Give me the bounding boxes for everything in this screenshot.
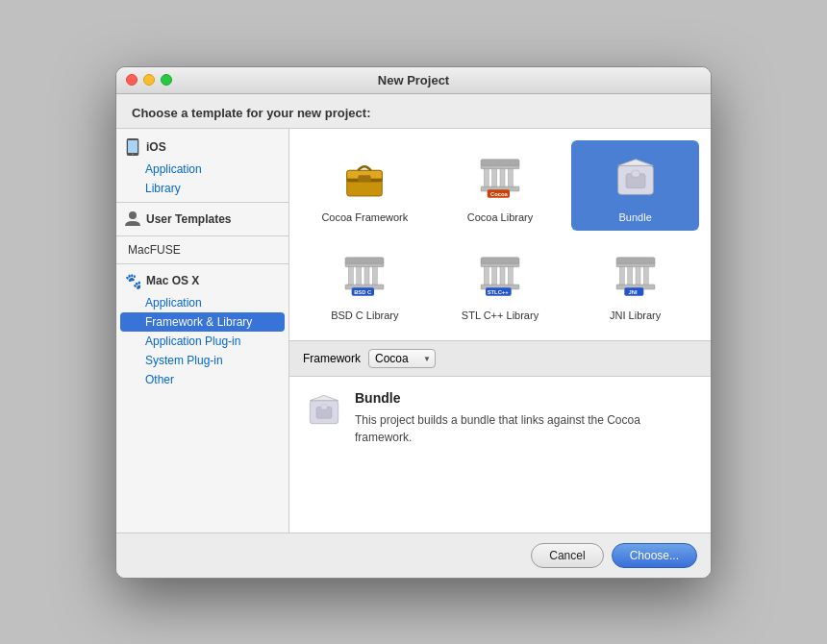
cancel-button[interactable]: Cancel [531,543,603,568]
choose-button[interactable]: Choose... [612,543,697,568]
cocoa-framework-icon-wrap [336,148,393,206]
description-title: Bundle [355,390,695,406]
svg-point-3 [129,211,137,219]
user-templates-icon [124,211,141,228]
description-body: This project builds a bundle that links … [355,411,695,446]
sidebar-item-macfuse[interactable]: MacFUSE [116,240,288,260]
jni-library-label: JNI Library [610,310,661,321]
subtitle: Choose a template for your new project: [116,94,711,128]
svg-rect-13 [500,168,505,186]
sidebar-item-macosx-other[interactable]: Other [116,370,288,389]
svg-rect-27 [373,266,378,284]
template-grid: Cocoa Framework [289,129,711,341]
bundle-icon-wrap [607,148,664,206]
main-panel: Cocoa Framework [289,129,711,533]
bundle-icon [612,153,660,201]
divider-1 [116,202,288,203]
svg-marker-50 [310,395,338,400]
bundle-label: Bundle [619,211,652,223]
framework-icon [340,153,388,201]
framework-select-wrapper[interactable]: Cocoa Carbon None [368,349,436,368]
ios-icon [124,138,141,156]
sidebar-item-macosx-plugin[interactable]: Application Plug-in [116,332,288,351]
framework-label: Framework [303,352,361,365]
template-stl-library[interactable]: STLC++ STL C++ Library [437,238,564,329]
sidebar-item-macosx-application[interactable]: Application [116,293,288,312]
maximize-button[interactable] [161,74,172,86]
jni-library-icon: JNI [612,251,660,299]
sidebar-section-user-templates[interactable]: User Templates [116,207,288,232]
svg-text:JNI: JNI [628,289,637,295]
svg-rect-28 [345,257,384,263]
content-area: iOS Application Library User Templates [116,128,711,533]
window-title: New Project [378,73,449,87]
svg-rect-15 [481,159,519,165]
bsd-library-icon-wrap: BSD C [336,246,393,304]
macosx-paw-icon: 🐾 [125,272,140,289]
svg-rect-52 [321,404,328,409]
ios-device-icon [125,138,140,156]
template-bundle[interactable]: Bundle [571,140,699,231]
jni-library-icon-wrap: JNI [607,246,664,304]
svg-rect-24 [349,266,354,284]
svg-rect-21 [631,170,639,177]
framework-select[interactable]: Cocoa Carbon None [368,349,436,368]
sidebar-item-macosx-systemplugin[interactable]: System Plug-in [116,351,288,370]
svg-rect-1 [128,140,138,153]
sidebar-item-ios-library[interactable]: Library [116,179,288,198]
framework-row: Framework Cocoa Carbon None [289,341,711,377]
cocoa-framework-label: Cocoa Framework [321,211,408,223]
svg-rect-46 [616,257,655,263]
svg-rect-44 [636,266,640,284]
svg-rect-43 [627,266,632,284]
svg-rect-34 [492,266,497,284]
bsd-library-label: BSD C Library [331,310,398,321]
svg-point-2 [132,153,134,155]
macosx-icon: 🐾 [124,272,141,289]
sidebar: iOS Application Library User Templates [116,129,289,533]
divider-3 [116,263,288,264]
svg-text:STLC++: STLC++ [488,289,510,295]
svg-rect-12 [492,168,497,186]
template-jni-library[interactable]: JNI JNI Library [571,238,699,329]
svg-rect-42 [619,266,624,284]
ios-label: iOS [146,140,166,154]
svg-rect-37 [481,257,519,263]
sidebar-section-ios[interactable]: iOS [116,135,288,160]
user-icon [125,211,140,228]
svg-text:🐾: 🐾 [125,272,140,289]
svg-marker-19 [617,159,653,165]
cocoa-library-label: Cocoa Library [467,211,533,223]
new-project-window: New Project Choose a template for your n… [115,66,712,579]
svg-rect-11 [484,168,489,186]
sidebar-item-ios-application[interactable]: Application [116,160,288,179]
titlebar: New Project [116,67,711,94]
svg-text:BSD C: BSD C [354,289,372,295]
svg-rect-25 [357,266,362,284]
svg-rect-8 [359,175,371,182]
svg-rect-35 [500,266,505,284]
sidebar-item-macosx-framework[interactable]: Framework & Library [120,312,285,332]
traffic-lights [126,74,172,86]
template-cocoa-framework[interactable]: Cocoa Framework [301,140,429,231]
sidebar-section-macosx[interactable]: 🐾 Mac OS X [116,268,288,293]
svg-rect-14 [508,168,513,186]
description-icon [305,390,343,429]
description-area: Bundle This project builds a bundle that… [289,377,711,533]
template-bsd-library[interactable]: BSD C BSD C Library [301,238,429,329]
svg-rect-33 [484,266,489,284]
template-cocoa-library[interactable]: Cocoa Cocoa Library [437,140,564,231]
divider-2 [116,235,288,236]
svg-text:Cocoa: Cocoa [490,191,509,197]
library-icon: Cocoa [476,153,524,201]
cocoa-library-icon-wrap: Cocoa [471,148,529,206]
bsd-library-icon: BSD C [340,251,388,299]
svg-rect-26 [364,266,369,284]
close-button[interactable] [126,74,138,86]
svg-rect-36 [508,266,513,284]
macosx-label: Mac OS X [146,274,199,287]
user-templates-label: User Templates [146,212,231,226]
description-text: Bundle This project builds a bundle that… [355,390,695,446]
bundle-desc-icon [305,390,343,429]
minimize-button[interactable] [143,74,155,86]
